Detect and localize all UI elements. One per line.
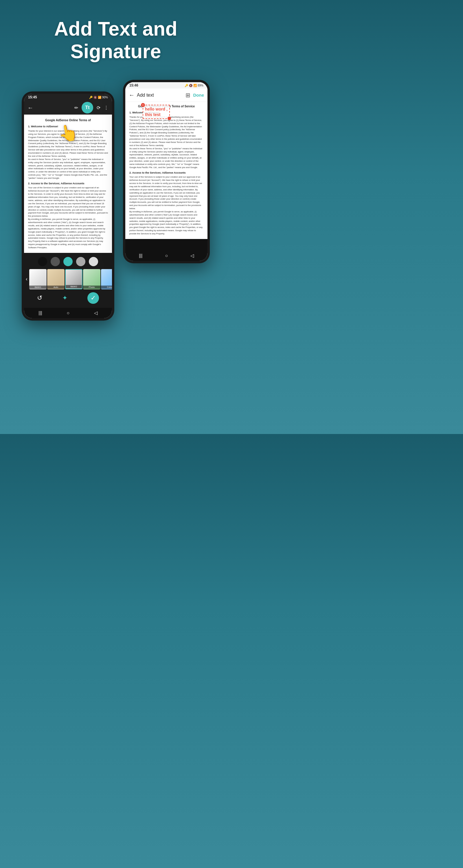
filter-circles — [24, 255, 112, 268]
magic-icon[interactable]: ✦ — [62, 294, 67, 302]
refresh-icon[interactable]: ↺ — [37, 294, 42, 302]
text-box-close-icon[interactable]: × — [141, 103, 145, 107]
right-sec1-text: Thanks for your interest in our search a… — [129, 116, 204, 147]
thumb-photo-label: Photo — [83, 286, 100, 289]
right-sec3-text: Your use of the Services is subject to y… — [129, 176, 204, 210]
right-status-icons: 🔑 🔇 📶 89% — [185, 84, 204, 87]
right-nav-back[interactable]: ◁ — [190, 253, 194, 258]
filter-circle-2[interactable] — [51, 257, 60, 266]
left-app-toolbar: ← ✏ Tt ⟳ ⋮ — [24, 101, 112, 115]
right-doc-content: × hello word ,this test Google AdSense O… — [125, 102, 208, 239]
filter-circle-4[interactable] — [76, 257, 85, 266]
filter-circle-1[interactable] — [38, 257, 47, 266]
title-line1: Add Text and — [54, 18, 177, 40]
check-icon: ✓ — [91, 294, 96, 302]
right-sec3-title: 2. Access to the Services; AdSense Accou… — [129, 171, 204, 175]
thumb-auto-label: Auto — [47, 286, 65, 289]
back-icon[interactable]: ← — [28, 104, 33, 111]
left-nav-bar: ||| ○ ◁ — [24, 308, 112, 318]
filter-thumb-auto[interactable]: Auto — [47, 269, 65, 289]
left-bottom-toolbar: ↺ ✦ ✓ — [24, 290, 112, 306]
phones-container: 15:45 🔑 🔇 📶 90% ← ✏ Tt ⟳ ⋮ — [0, 74, 232, 338]
right-nav-menu[interactable]: ||| — [139, 253, 143, 258]
thumb-bw2-label: B&W2 — [66, 285, 82, 288]
page-title: Add Text and Signature — [11, 18, 220, 62]
title-line2: Signature — [70, 40, 161, 62]
text-box-resize-handle[interactable] — [167, 117, 171, 120]
right-bottom-area — [125, 239, 208, 251]
left-status-bar: 15:45 🔑 🔇 📶 90% — [24, 94, 112, 101]
tt-button[interactable]: Tt — [82, 102, 93, 114]
left-sec4-text: Any Property that is a software applicat… — [28, 240, 108, 249]
left-time: 15:45 — [28, 95, 37, 99]
right-toolbar-title: Add text — [137, 93, 185, 98]
text-box-overlay[interactable]: × hello word ,this test — [143, 105, 170, 119]
right-nav-bar: ||| ○ ◁ — [125, 251, 208, 261]
more-icon[interactable]: ⋮ — [104, 105, 109, 111]
right-nav-home[interactable]: ○ — [165, 253, 168, 258]
left-nav-menu[interactable]: ||| — [38, 310, 42, 316]
left-sec3-text: By enrolling in AdSense, you permit Goog… — [28, 218, 108, 240]
left-sec2-text: Your use of the Services is subject to y… — [28, 186, 108, 218]
right-phone-screen: 15:46 🔑 🔇 📶 89% ← Add text ⊞ Done × — [125, 82, 208, 261]
left-status-icons: 🔑 🔇 📶 90% — [89, 96, 108, 99]
left-doc-wrapper: Google AdSense Online Terms of 1. Welcom… — [24, 115, 112, 253]
bottom-section — [0, 338, 232, 349]
overlay-text: hello word ,this test — [145, 106, 167, 117]
filter-left-arrow[interactable]: ‹ — [25, 276, 29, 282]
right-status-bar: 15:46 🔑 🔇 📶 89% — [125, 82, 208, 89]
filter-thumb-color[interactable]: Color — [101, 269, 112, 289]
check-button[interactable]: ✓ — [87, 292, 99, 304]
right-phone: 15:46 🔑 🔇 📶 89% ← Add text ⊞ Done × — [123, 80, 210, 263]
left-nav-home[interactable]: ○ — [67, 310, 69, 316]
filter-thumb-bw1[interactable]: B&W1 — [29, 269, 47, 289]
filter-thumb-photo[interactable]: Photo — [83, 269, 100, 289]
right-time: 15:46 — [129, 83, 138, 87]
filter-circle-5[interactable] — [89, 257, 98, 266]
thumb-color-label: Color — [101, 286, 112, 289]
crop-icon[interactable]: ⟳ — [97, 105, 100, 111]
thumb-bw1-label: B&W1 — [29, 286, 47, 289]
right-done-button[interactable]: Done — [193, 93, 204, 97]
filter-thumb-bw2[interactable]: B&W2 — [65, 269, 83, 289]
right-sec2-text: As used in these Terms of Service, "you"… — [129, 147, 204, 169]
header-section: Add Text and Signature — [0, 0, 232, 74]
left-nav-back[interactable]: ◁ — [94, 310, 97, 316]
right-app-toolbar: ← Add text ⊞ Done — [125, 89, 208, 102]
filter-circle-3[interactable] — [63, 257, 73, 266]
edit-pen-icon[interactable]: ✏ — [74, 105, 78, 111]
filter-strip: ‹ B&W1 Auto B&W2 Photo Color — [24, 253, 112, 308]
left-phone: 15:45 🔑 🔇 📶 90% ← ✏ Tt ⟳ ⋮ — [22, 91, 114, 320]
filter-thumbnails-row: ‹ B&W1 Auto B&W2 Photo Color — [24, 268, 112, 290]
right-add-icon[interactable]: ⊞ — [185, 92, 190, 99]
left-doc-title: Google AdSense Online Terms of — [28, 118, 108, 122]
right-sec4-text: By enrolling in AdSense, you permit Goog… — [129, 210, 204, 236]
left-phone-screen: 15:45 🔑 🔇 📶 90% ← ✏ Tt ⟳ ⋮ — [24, 94, 112, 318]
right-back-button[interactable]: ← — [129, 92, 134, 98]
